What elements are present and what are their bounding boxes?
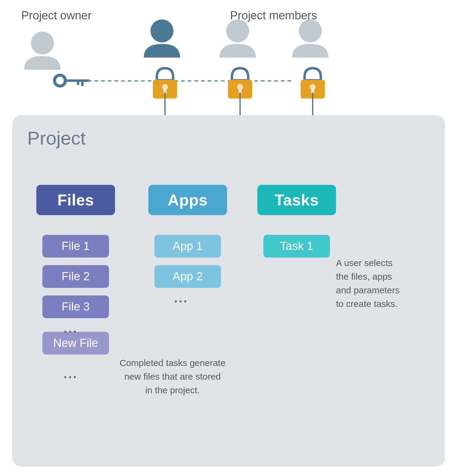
project-owner-label: Project owner bbox=[21, 9, 91, 22]
files-bottom-ellipsis: ... bbox=[64, 367, 78, 381]
app-item-2: App 2 bbox=[154, 265, 221, 288]
project-members-label: Project members bbox=[230, 9, 317, 22]
diagram-container: Project owner Project members bbox=[0, 0, 458, 476]
file-item-3: File 3 bbox=[42, 295, 109, 318]
task-item-1: Task 1 bbox=[263, 235, 330, 258]
annotation-user-selects: A user selectsthe files, appsand paramet… bbox=[336, 256, 427, 311]
app-item-1: App 1 bbox=[154, 235, 221, 258]
project-label: Project bbox=[27, 127, 86, 149]
annotation-completed-tasks: Completed tasks generatenew files that a… bbox=[109, 356, 236, 397]
files-ellipsis: ... bbox=[64, 321, 78, 336]
category-apps: Apps bbox=[148, 185, 227, 215]
file-item-1: File 1 bbox=[42, 235, 109, 258]
category-files: Files bbox=[36, 185, 115, 215]
file-item-2: File 2 bbox=[42, 265, 109, 288]
apps-ellipsis: ... bbox=[174, 291, 188, 305]
category-tasks: Tasks bbox=[257, 185, 336, 215]
